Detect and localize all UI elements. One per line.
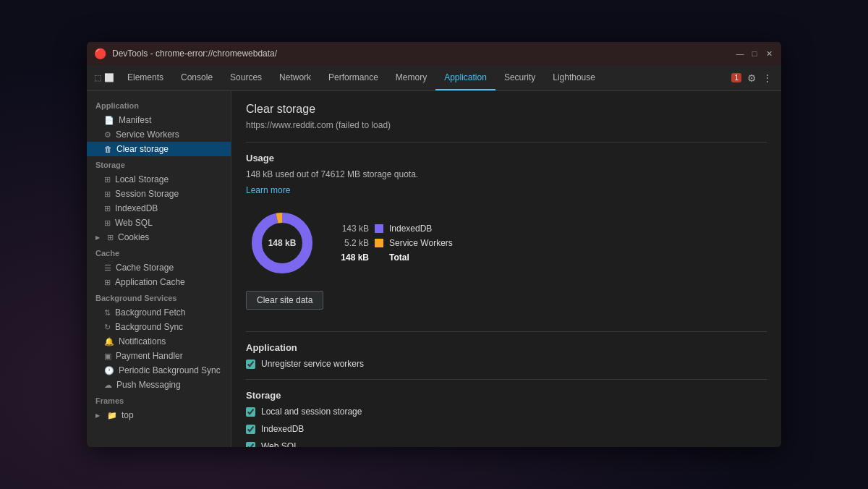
sidebar-item-top-frame-label: top (122, 410, 134, 420)
frames-expand-arrow: ▶ (95, 412, 100, 419)
push-messaging-icon: ☁ (104, 380, 112, 390)
sidebar-item-payment-handler[interactable]: ▣ Payment Handler (87, 349, 231, 363)
cursor-icon[interactable]: ⬚ (94, 73, 101, 82)
learn-more-link[interactable]: Learn more (246, 185, 290, 195)
unregister-sw-checkbox[interactable] (246, 360, 255, 369)
tab-console-label: Console (181, 72, 213, 82)
cookies-expand-arrow: ▶ (95, 234, 100, 241)
sidebar-item-web-sql[interactable]: ⊞ Web SQL (87, 216, 231, 230)
tab-application[interactable]: Application (435, 65, 495, 90)
settings-icon[interactable]: ⚙ (747, 72, 757, 84)
manifest-icon: 📄 (104, 116, 114, 125)
sidebar-item-cache-storage-label: Cache Storage (116, 263, 174, 273)
error-badge: 1 (731, 73, 741, 82)
cookies-icon: ⊞ (107, 233, 114, 242)
web-sql-checkbox[interactable] (246, 442, 255, 448)
indexeddb-checkbox[interactable] (246, 425, 255, 434)
sidebar-item-manifest[interactable]: 📄 Manifest (87, 113, 231, 127)
tab-sources-label: Sources (230, 72, 262, 82)
local-session-checkbox[interactable] (246, 407, 255, 417)
sidebar-item-cookies-label: Cookies (118, 232, 149, 242)
session-storage-icon: ⊞ (104, 190, 111, 199)
usage-text: 148 kB used out of 74612 MB storage quot… (246, 169, 767, 179)
clear-storage-icon: 🗑 (104, 145, 112, 153)
divider-1 (246, 142, 767, 143)
usage-heading: Usage (246, 153, 767, 163)
sidebar-section-application: Application (87, 97, 231, 113)
tab-elements[interactable]: Elements (119, 65, 172, 90)
local-session-label: Local and session storage (261, 407, 362, 417)
application-section-heading: Application (246, 342, 767, 353)
storage-section-heading: Storage (246, 390, 767, 401)
legend-indexeddb-label: IndexedDB (389, 224, 432, 234)
sidebar-item-periodic-bg-sync[interactable]: 🕐 Periodic Background Sync (87, 363, 231, 378)
sidebar-item-application-cache-label: Application Cache (115, 277, 185, 287)
main-content: Application 📄 Manifest ⚙ Service Workers… (87, 91, 781, 447)
tab-memory[interactable]: Memory (387, 65, 435, 90)
sidebar-item-indexeddb[interactable]: ⊞ IndexedDB (87, 201, 231, 216)
legend-sw-label: Service Workers (389, 238, 453, 248)
divider-3 (246, 379, 767, 380)
sidebar-item-local-storage[interactable]: ⊞ Local Storage (87, 172, 231, 187)
sidebar-item-cache-storage[interactable]: ☰ Cache Storage (87, 260, 231, 275)
sidebar-item-background-sync-label: Background Sync (115, 322, 183, 332)
close-button[interactable]: ✕ (764, 48, 774, 59)
sidebar-item-service-workers[interactable]: ⚙ Service Workers (87, 127, 231, 142)
sidebar-item-local-storage-label: Local Storage (115, 174, 169, 184)
window-title: DevTools - chrome-error://chromewebdata/ (112, 48, 729, 59)
maximize-button[interactable]: □ (749, 48, 760, 59)
chart-area: 148 kB 143 kB IndexedDB 5.2 kB Service W… (246, 207, 767, 279)
legend-sw-size: 5.2 kB (340, 238, 369, 248)
sidebar-section-frames: Frames (87, 392, 231, 408)
tab-sources[interactable]: Sources (221, 65, 271, 90)
device-icon[interactable]: ⬜ (104, 73, 114, 82)
sidebar-item-session-storage-label: Session Storage (115, 189, 179, 199)
minimize-button[interactable]: — (735, 48, 745, 59)
tab-security[interactable]: Security (495, 65, 544, 90)
web-sql-icon: ⊞ (104, 218, 111, 228)
sidebar-item-service-workers-label: Service Workers (116, 129, 179, 140)
sidebar-item-clear-storage[interactable]: 🗑 Clear storage (87, 142, 231, 156)
tab-performance[interactable]: Performance (320, 65, 387, 90)
background-fetch-icon: ⇅ (104, 308, 111, 318)
sidebar-item-session-storage[interactable]: ⊞ Session Storage (87, 187, 231, 201)
tab-console[interactable]: Console (172, 65, 221, 90)
legend-total-label: Total (389, 252, 409, 263)
cache-storage-icon: ☰ (104, 263, 111, 273)
tab-performance-label: Performance (328, 72, 378, 82)
application-cache-icon: ⊞ (104, 278, 111, 287)
sidebar-item-application-cache[interactable]: ⊞ Application Cache (87, 275, 231, 289)
sidebar-section-bg-services: Background Services (87, 289, 231, 305)
notifications-icon: 🔔 (104, 337, 114, 346)
sidebar-item-web-sql-label: Web SQL (115, 218, 153, 228)
indexeddb-check-label: IndexedDB (261, 424, 304, 434)
chrome-icon: 🔴 (94, 48, 106, 59)
sidebar-item-cookies[interactable]: ▶ ⊞ Cookies (87, 230, 231, 244)
tab-lighthouse[interactable]: Lighthouse (544, 65, 604, 90)
tab-bar-right: 1 ⚙ ⋮ (726, 65, 778, 90)
sidebar-item-background-fetch[interactable]: ⇅ Background Fetch (87, 305, 231, 320)
checkbox-web-sql: Web SQL (246, 441, 767, 447)
tab-application-label: Application (444, 72, 487, 82)
sidebar-section-storage: Storage (87, 156, 231, 172)
checkbox-unregister-sw: Unregister service workers (246, 359, 767, 369)
tab-network[interactable]: Network (271, 65, 320, 90)
legend-indexeddb-color (375, 224, 383, 233)
tab-security-label: Security (504, 72, 535, 82)
sidebar-item-payment-handler-label: Payment Handler (116, 351, 183, 361)
tab-bar-left-controls: ⬚ ⬜ (90, 65, 119, 90)
indexeddb-icon: ⊞ (104, 204, 111, 213)
web-sql-check-label: Web SQL (261, 441, 299, 447)
sidebar-item-top-frame[interactable]: ▶ 📁 top (87, 408, 231, 422)
local-storage-icon: ⊞ (104, 175, 111, 184)
legend-sw-color (375, 239, 383, 247)
sidebar-item-notifications[interactable]: 🔔 Notifications (87, 334, 231, 349)
payment-handler-icon: ▣ (104, 352, 111, 361)
sidebar-item-push-messaging[interactable]: ☁ Push Messaging (87, 378, 231, 392)
tab-lighthouse-label: Lighthouse (553, 72, 595, 82)
more-options-icon[interactable]: ⋮ (762, 72, 773, 84)
unregister-sw-label: Unregister service workers (261, 359, 364, 369)
clear-site-data-button[interactable]: Clear site data (246, 291, 323, 310)
sidebar-item-background-sync[interactable]: ↻ Background Sync (87, 320, 231, 334)
sidebar-item-notifications-label: Notifications (119, 336, 166, 346)
